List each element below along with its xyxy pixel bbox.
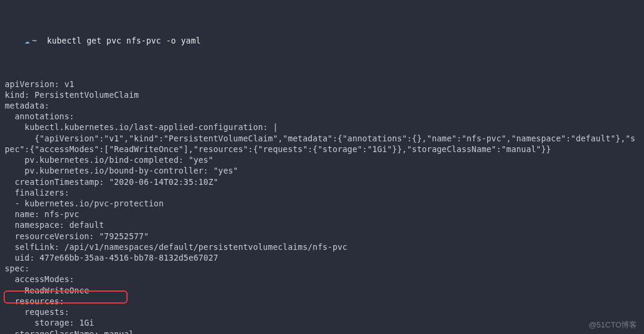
output-line: - ReadWriteOnce	[5, 285, 639, 296]
output-line: metadata:	[5, 100, 639, 111]
output-line: storageClassName: manual	[5, 329, 639, 334]
output-line: spec:	[5, 263, 639, 274]
output-line: finalizers:	[5, 187, 639, 198]
cwd: ~	[32, 36, 37, 45]
output-line: creationTimestamp: "2020-06-14T02:35:10Z…	[5, 177, 639, 187]
output-line: - kubernetes.io/pvc-protection	[5, 198, 639, 209]
output-line: resourceVersion: "79252577"	[5, 231, 639, 242]
output-line: kubectl.kubernetes.io/last-applied-confi…	[5, 122, 639, 132]
output-line: kind: PersistentVolumeClaim	[5, 89, 639, 100]
cloud-icon: ☁	[24, 36, 29, 45]
output-line: pv.kubernetes.io/bound-by-controller: "y…	[5, 165, 639, 176]
output-line: uid: 477e66bb-35aa-4516-bb78-8132d5e6702…	[5, 252, 639, 263]
output-line: accessModes:	[5, 274, 639, 284]
output-line: storage: 1Gi	[5, 317, 639, 328]
command-text: kubectl get pvc nfs-pvc -o yaml	[47, 36, 201, 45]
output-line: annotations:	[5, 111, 639, 122]
output-line: requests:	[5, 307, 639, 317]
output-line: apiVersion: v1	[5, 79, 639, 89]
prompt-line: ☁~ kubectl get pvc nfs-pvc -o yaml	[5, 24, 639, 57]
output-line: resources:	[5, 296, 639, 307]
output-line: name: nfs-pvc	[5, 209, 639, 219]
yaml-output: apiVersion: v1kind: PersistentVolumeClai…	[5, 79, 639, 334]
terminal-output[interactable]: ☁~ kubectl get pvc nfs-pvc -o yaml apiVe…	[0, 0, 644, 334]
output-line: selfLink: /api/v1/namespaces/default/per…	[5, 242, 639, 252]
watermark: @51CTO博客	[589, 320, 637, 330]
output-line: pv.kubernetes.io/bind-completed: "yes"	[5, 154, 639, 165]
output-line: namespace: default	[5, 219, 639, 230]
output-line: {"apiVersion":"v1","kind":"PersistentVol…	[5, 133, 639, 154]
